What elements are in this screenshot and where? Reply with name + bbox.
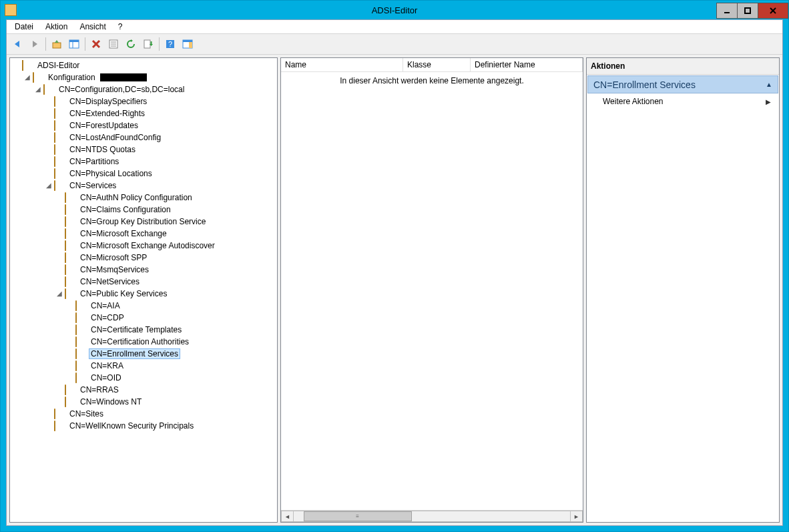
tree-item[interactable]: ▷CN=NetServices bbox=[11, 276, 276, 288]
folder-icon bbox=[54, 144, 65, 155]
tree-item-label: CN=WellKnown Security Principals bbox=[67, 421, 196, 431]
tree-item-label: CN=Claims Configuration bbox=[78, 204, 173, 215]
list-header: Name Klasse Definierter Name bbox=[281, 58, 583, 72]
scroll-track[interactable]: ≡ bbox=[294, 511, 570, 522]
folder-icon bbox=[75, 348, 86, 359]
scroll-right-button[interactable]: ► bbox=[570, 511, 583, 522]
svg-rect-25 bbox=[189, 42, 192, 48]
actions-selection-bar[interactable]: CN=Enrollment Services ▲ bbox=[587, 75, 778, 93]
close-button[interactable] bbox=[758, 3, 788, 19]
tree-root[interactable]: ▷ADSI-Editor bbox=[11, 59, 276, 71]
tree-item-services[interactable]: ◢CN=Services bbox=[11, 180, 276, 192]
window-frame: ADSI-Editor Datei Aktion Ansicht ? bbox=[0, 0, 789, 532]
tree-item[interactable]: ▷CN=Group Key Distribution Service bbox=[11, 216, 276, 228]
tree-item-label: CN=KRA bbox=[89, 360, 125, 371]
tree-item-label: CN=Certification Authorities bbox=[89, 336, 191, 347]
tree-item[interactable]: ▷CN=Extended-Rights bbox=[11, 107, 276, 119]
tree-item[interactable]: ▷CN=OID bbox=[11, 372, 276, 384]
tree-item-label: CN=Public Key Services bbox=[78, 288, 169, 299]
delete-button[interactable] bbox=[88, 36, 104, 52]
scroll-thumb[interactable]: ≡ bbox=[304, 511, 412, 521]
tree-item-konfiguration[interactable]: ◢Konfiguration bbox=[11, 71, 276, 83]
folder-icon bbox=[54, 108, 65, 119]
expander-icon[interactable]: ◢ bbox=[55, 290, 63, 298]
folder-icon bbox=[75, 372, 86, 383]
tree-item-label: CN=Partitions bbox=[67, 156, 121, 167]
expander-icon[interactable]: ◢ bbox=[45, 182, 53, 190]
menu-action[interactable]: Aktion bbox=[40, 21, 73, 32]
tree-item[interactable]: ▷CN=CDP bbox=[11, 312, 276, 324]
tree-item[interactable]: ▷CN=AuthN Policy Configuration bbox=[11, 192, 276, 204]
up-level-button[interactable] bbox=[49, 36, 65, 52]
tree-item[interactable]: ▷CN=Microsoft SPP bbox=[11, 252, 276, 264]
nav-forward-button[interactable] bbox=[27, 36, 43, 52]
tree-item-label: CN=ForestUpdates bbox=[67, 120, 140, 131]
tree-item[interactable]: ▷CN=Certification Authorities bbox=[11, 336, 276, 348]
action-pane-button[interactable] bbox=[180, 36, 196, 52]
scroll-left-button[interactable]: ◄ bbox=[281, 511, 294, 522]
empty-message: In dieser Ansicht werden keine Elemente … bbox=[281, 76, 583, 85]
list-panel: Name Klasse Definierter Name In dieser A… bbox=[280, 57, 583, 523]
tree-item[interactable]: ▷CN=AIA bbox=[11, 300, 276, 312]
tree-item-label: CN=NetServices bbox=[78, 276, 142, 287]
folder-icon bbox=[75, 300, 86, 311]
tree-item[interactable]: ▷CN=Windows NT bbox=[11, 396, 276, 408]
svg-text:?: ? bbox=[168, 40, 172, 48]
properties-button[interactable] bbox=[105, 36, 121, 52]
tree-item[interactable]: ▷CN=LostAndFoundConfig bbox=[11, 131, 276, 144]
tree-item-label: CN=Group Key Distribution Service bbox=[78, 216, 208, 227]
tree-item[interactable]: ▷CN=NTDS Quotas bbox=[11, 144, 276, 156]
menu-help[interactable]: ? bbox=[113, 21, 128, 32]
refresh-button[interactable] bbox=[123, 36, 139, 52]
horizontal-scrollbar[interactable]: ◄ ≡ ► bbox=[281, 510, 583, 522]
tree-item[interactable]: ▷CN=Physical Locations bbox=[11, 168, 276, 180]
tree-item-label: CN=MsmqServices bbox=[78, 264, 151, 275]
tree-item[interactable]: ▷CN=WellKnown Security Principals bbox=[11, 420, 276, 432]
show-hide-tree-button[interactable] bbox=[66, 36, 82, 52]
expander-icon[interactable]: ◢ bbox=[34, 85, 42, 93]
tree-item-configuration-dn[interactable]: ◢CN=Configuration,DC=sb,DC=local bbox=[11, 83, 276, 95]
expander-icon[interactable]: ◢ bbox=[23, 73, 31, 81]
folder-icon bbox=[54, 132, 65, 143]
menu-file[interactable]: Datei bbox=[9, 21, 39, 32]
folder-icon bbox=[65, 252, 75, 263]
adsi-icon bbox=[22, 60, 33, 71]
tree-item[interactable]: ▷CN=MsmqServices bbox=[11, 264, 276, 276]
tree-item[interactable]: ▷CN=KRA bbox=[11, 360, 276, 372]
menu-view[interactable]: Ansicht bbox=[74, 21, 111, 32]
tree-item[interactable]: ▷CN=Partitions bbox=[11, 156, 276, 168]
column-class[interactable]: Klasse bbox=[403, 58, 471, 71]
tree-item[interactable]: ▷CN=Sites bbox=[11, 408, 276, 420]
export-button[interactable] bbox=[140, 36, 156, 52]
actions-more[interactable]: Weitere Aktionen ▶ bbox=[587, 94, 779, 109]
folder-icon bbox=[65, 216, 75, 227]
list-body[interactable]: In dieser Ansicht werden keine Elemente … bbox=[281, 72, 583, 510]
nav-back-button[interactable] bbox=[9, 36, 25, 52]
help-button[interactable]: ? bbox=[162, 36, 178, 52]
folder-icon bbox=[54, 120, 65, 131]
tree-item-public-key-services[interactable]: ◢CN=Public Key Services bbox=[11, 288, 276, 300]
tree-item[interactable]: ▷CN=Enrollment Services bbox=[11, 348, 276, 360]
minimize-button[interactable] bbox=[716, 3, 738, 19]
tree-item-label: CN=Enrollment Services bbox=[89, 348, 180, 359]
svg-rect-24 bbox=[183, 40, 192, 42]
maximize-button[interactable] bbox=[737, 3, 758, 19]
tree-item-label: CN=Extended-Rights bbox=[67, 108, 147, 119]
menu-bar: Datei Aktion Ansicht ? bbox=[7, 20, 782, 34]
content-area: ▷ADSI-Editor◢Konfiguration◢CN=Configurat… bbox=[7, 55, 782, 525]
tree-item[interactable]: ▷CN=DisplaySpecifiers bbox=[11, 95, 276, 107]
tree-item-label: CN=AuthN Policy Configuration bbox=[78, 192, 194, 203]
column-name[interactable]: Name bbox=[281, 58, 403, 71]
tree[interactable]: ▷ADSI-Editor◢Konfiguration◢CN=Configurat… bbox=[10, 58, 277, 522]
tree-item[interactable]: ▷CN=Certificate Templates bbox=[11, 324, 276, 336]
title-bar[interactable]: ADSI-Editor bbox=[1, 1, 788, 19]
tree-item[interactable]: ▷CN=RRAS bbox=[11, 384, 276, 396]
tree-item[interactable]: ▷CN=Microsoft Exchange Autodiscover bbox=[11, 240, 276, 252]
tree-item-label: CN=Services bbox=[67, 180, 118, 191]
tree-item[interactable]: ▷CN=Claims Configuration bbox=[11, 204, 276, 216]
column-dn[interactable]: Definierter Name bbox=[471, 58, 583, 71]
tree-item[interactable]: ▷CN=Microsoft Exchange bbox=[11, 228, 276, 240]
tree-item-label: CN=Windows NT bbox=[78, 396, 144, 407]
tree-item[interactable]: ▷CN=ForestUpdates bbox=[11, 119, 276, 131]
folder-icon bbox=[43, 84, 54, 95]
